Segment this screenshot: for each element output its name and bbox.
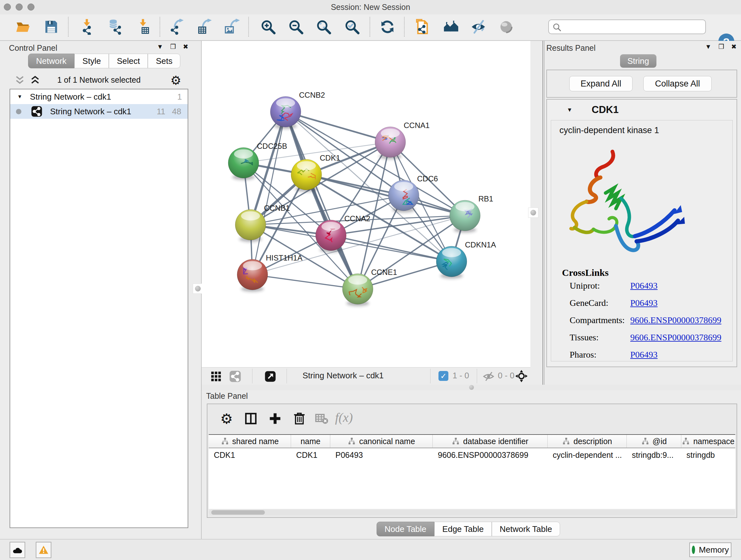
network-canvas[interactable]: CCNB2CCNA1CDC25BCDK1CDC6RB1CCNB1CCNA2CDK… (202, 41, 530, 367)
panel-float-icon[interactable]: ❒ (170, 43, 176, 51)
zoom-in-button[interactable] (259, 18, 277, 36)
panel-menu-icon[interactable]: ▼ (705, 43, 712, 51)
cell-namespace[interactable]: stringdb (681, 448, 735, 462)
table-options-gear-icon[interactable]: ⚙ (218, 410, 235, 428)
network-options-gear-icon[interactable]: ⚙ (171, 74, 181, 87)
results-panel-divider[interactable] (542, 41, 544, 386)
cell-database-identifier[interactable]: 9606.ENSP00000378699 (433, 448, 548, 462)
network-node-HIST1H1A[interactable] (237, 259, 268, 292)
save-session-button[interactable] (42, 18, 60, 36)
tab-node-table[interactable]: Node Table (377, 522, 434, 537)
column-header-description[interactable]: description (548, 435, 627, 448)
collection-caret-icon[interactable]: ▼ (17, 94, 22, 100)
network-overview-icon[interactable] (229, 370, 241, 382)
network-node-CDKN1A[interactable] (436, 246, 467, 279)
external-link-icon[interactable] (264, 370, 276, 382)
function-builder-icon[interactable]: f(x) (335, 410, 353, 425)
expand-all-networks-icon[interactable] (29, 75, 41, 86)
network-node-RB1[interactable] (450, 200, 480, 233)
network-collection-row[interactable]: ▼ String Network – cdk1 1 (10, 89, 188, 104)
column-header-id[interactable]: @id (627, 435, 681, 448)
show-all-button[interactable] (497, 18, 515, 36)
zoom-out-button[interactable] (287, 18, 305, 36)
string-home-button[interactable] (442, 18, 460, 36)
crosslink-link[interactable]: P06493 (630, 298, 658, 308)
tab-edge-table[interactable]: Edge Table (434, 522, 492, 537)
hide-selected-button[interactable] (469, 18, 487, 36)
cell-name[interactable]: CDK1 (291, 448, 330, 462)
network-node-CCNA1[interactable] (375, 127, 406, 159)
share-document-button[interactable] (413, 18, 431, 36)
node-label-CCNA1: CCNA1 (404, 121, 429, 130)
network-node-CCNB1[interactable] (235, 209, 266, 242)
column-header-namespace[interactable]: namespace (681, 435, 735, 448)
show-columns-icon[interactable] (242, 410, 260, 428)
memory-button[interactable]: Memory (689, 543, 731, 557)
zoom-fit-button[interactable] (315, 18, 333, 36)
birdseye-navigator-icon[interactable] (515, 370, 528, 382)
crosslink-link[interactable]: 9606.ENSP00000378699 (630, 315, 721, 325)
cell-id[interactable]: stringdb:9... (627, 448, 681, 462)
bottom-splitter-handle[interactable] (469, 385, 474, 390)
panel-close-icon[interactable]: ✖ (731, 43, 737, 51)
open-file-button[interactable] (14, 18, 32, 36)
network-node-CDC6[interactable] (388, 180, 419, 212)
network-edge-CCNA2-CDKN1A[interactable] (331, 235, 452, 261)
delete-table-icon[interactable] (313, 410, 331, 428)
zoom-selected-button[interactable] (343, 18, 361, 36)
panel-float-icon[interactable]: ❒ (718, 43, 724, 51)
network-edge-count: 48 (172, 107, 181, 117)
import-network-file-button[interactable] (78, 18, 96, 36)
collapse-all-networks-icon[interactable] (14, 75, 25, 86)
panel-menu-icon[interactable]: ▼ (157, 43, 163, 51)
control-panel: Control Panel ▼ ❒ ✖ Network Style Select… (0, 41, 201, 539)
panel-close-icon[interactable]: ✖ (183, 43, 188, 51)
horizontal-splitter[interactable] (202, 385, 741, 390)
protein-card-header[interactable]: ▼ CDK1 (547, 104, 737, 117)
graphics-details-icon[interactable] (210, 370, 222, 382)
expand-all-button[interactable]: Expand All (569, 76, 632, 91)
import-table-file-button[interactable] (134, 18, 152, 36)
add-column-icon[interactable] (266, 410, 284, 428)
table-horizontal-scrollbar[interactable] (209, 509, 735, 515)
cell-shared-name[interactable]: CDK1 (209, 448, 291, 462)
column-header-canonical-name[interactable]: canonical name (330, 435, 433, 448)
crosslink-link[interactable]: 9606.ENSP00000378699 (630, 332, 721, 343)
column-header-name[interactable]: name (291, 435, 330, 448)
search-input[interactable] (564, 21, 703, 34)
network-row-selected[interactable]: String Network – cdk1 11 48 (10, 104, 188, 119)
crosslink-link[interactable]: P06493 (630, 350, 658, 360)
hidden-count: 0 - 0 (498, 371, 515, 381)
toolbar-separator (248, 17, 249, 37)
warning-icon[interactable] (36, 542, 51, 558)
tab-sets[interactable]: Sets (148, 54, 180, 68)
tab-style[interactable]: Style (74, 54, 109, 68)
export-image-button[interactable] (223, 18, 241, 36)
cloud-icon[interactable] (10, 542, 25, 558)
export-network-button[interactable] (169, 18, 186, 36)
selected-count-checkbox[interactable]: ✓ (439, 371, 448, 381)
scrollbar-thumb[interactable] (211, 510, 265, 515)
table-row[interactable]: CDK1 CDK1 P06493 9606.ENSP00000378699 cy… (209, 448, 735, 462)
tab-string[interactable]: String (620, 54, 657, 68)
tab-select[interactable]: Select (109, 54, 148, 68)
export-table-button[interactable] (196, 18, 214, 36)
sitemap-icon (221, 437, 229, 445)
cell-canonical-name[interactable]: P06493 (330, 448, 433, 462)
column-header-database-identifier[interactable]: database identifier (433, 435, 548, 448)
right-splitter-handle[interactable] (528, 207, 538, 218)
network-node-CCNE1[interactable] (342, 273, 373, 306)
import-network-database-button[interactable] (106, 18, 124, 36)
network-edge-HIST1H1A-CCNE1[interactable] (253, 274, 358, 289)
tab-network[interactable]: Network (28, 54, 74, 68)
column-header-shared-name[interactable]: shared name (209, 435, 291, 448)
tab-network-table[interactable]: Network Table (492, 522, 560, 537)
collapse-all-button[interactable]: Collapse All (643, 76, 712, 91)
network-node-CDK1[interactable] (291, 159, 322, 192)
crosslink-link[interactable]: P06493 (630, 281, 658, 291)
update-network-button[interactable] (379, 18, 396, 36)
cell-description[interactable]: cyclin-dependent ... (548, 448, 627, 462)
network-edge-CCNB2-CCNA1[interactable] (286, 112, 390, 142)
protein-card-caret-icon[interactable]: ▼ (567, 107, 572, 113)
delete-column-icon[interactable] (290, 410, 308, 428)
